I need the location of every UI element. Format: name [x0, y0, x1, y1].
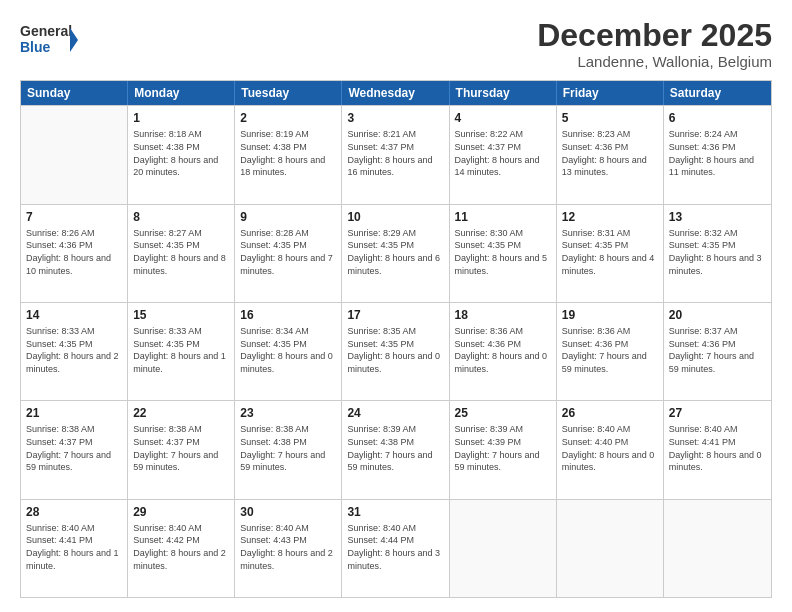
day-info: Sunrise: 8:40 AMSunset: 4:43 PMDaylight:… [240, 522, 336, 572]
cell-w4-d3: 24Sunrise: 8:39 AMSunset: 4:38 PMDayligh… [342, 401, 449, 498]
day-number: 23 [240, 405, 336, 421]
day-number: 13 [669, 209, 766, 225]
day-number: 19 [562, 307, 658, 323]
day-number: 3 [347, 110, 443, 126]
day-number: 7 [26, 209, 122, 225]
day-number: 17 [347, 307, 443, 323]
day-number: 27 [669, 405, 766, 421]
day-info: Sunrise: 8:27 AMSunset: 4:35 PMDaylight:… [133, 227, 229, 277]
day-info: Sunrise: 8:36 AMSunset: 4:36 PMDaylight:… [455, 325, 551, 375]
day-number: 18 [455, 307, 551, 323]
cell-w4-d6: 27Sunrise: 8:40 AMSunset: 4:41 PMDayligh… [664, 401, 771, 498]
header: GeneralBlue December 2025 Landenne, Wall… [20, 18, 772, 70]
cell-w1-d4: 4Sunrise: 8:22 AMSunset: 4:37 PMDaylight… [450, 106, 557, 203]
day-number: 8 [133, 209, 229, 225]
cell-w3-d2: 16Sunrise: 8:34 AMSunset: 4:35 PMDayligh… [235, 303, 342, 400]
week-row-1: 1Sunrise: 8:18 AMSunset: 4:38 PMDaylight… [21, 105, 771, 203]
day-number: 29 [133, 504, 229, 520]
day-number: 12 [562, 209, 658, 225]
cell-w3-d1: 15Sunrise: 8:33 AMSunset: 4:35 PMDayligh… [128, 303, 235, 400]
calendar-header: Sunday Monday Tuesday Wednesday Thursday… [21, 81, 771, 105]
header-wednesday: Wednesday [342, 81, 449, 105]
day-info: Sunrise: 8:34 AMSunset: 4:35 PMDaylight:… [240, 325, 336, 375]
cell-w1-d0 [21, 106, 128, 203]
logo: GeneralBlue [20, 18, 80, 60]
subtitle: Landenne, Wallonia, Belgium [537, 53, 772, 70]
day-info: Sunrise: 8:18 AMSunset: 4:38 PMDaylight:… [133, 128, 229, 178]
day-info: Sunrise: 8:32 AMSunset: 4:35 PMDaylight:… [669, 227, 766, 277]
day-info: Sunrise: 8:37 AMSunset: 4:36 PMDaylight:… [669, 325, 766, 375]
cell-w1-d6: 6Sunrise: 8:24 AMSunset: 4:36 PMDaylight… [664, 106, 771, 203]
day-info: Sunrise: 8:40 AMSunset: 4:41 PMDaylight:… [26, 522, 122, 572]
cell-w3-d3: 17Sunrise: 8:35 AMSunset: 4:35 PMDayligh… [342, 303, 449, 400]
day-info: Sunrise: 8:30 AMSunset: 4:35 PMDaylight:… [455, 227, 551, 277]
day-number: 22 [133, 405, 229, 421]
cell-w5-d0: 28Sunrise: 8:40 AMSunset: 4:41 PMDayligh… [21, 500, 128, 597]
cell-w2-d3: 10Sunrise: 8:29 AMSunset: 4:35 PMDayligh… [342, 205, 449, 302]
day-number: 1 [133, 110, 229, 126]
cell-w2-d6: 13Sunrise: 8:32 AMSunset: 4:35 PMDayligh… [664, 205, 771, 302]
cell-w3-d6: 20Sunrise: 8:37 AMSunset: 4:36 PMDayligh… [664, 303, 771, 400]
page: GeneralBlue December 2025 Landenne, Wall… [0, 0, 792, 612]
week-row-3: 14Sunrise: 8:33 AMSunset: 4:35 PMDayligh… [21, 302, 771, 400]
day-number: 9 [240, 209, 336, 225]
day-number: 16 [240, 307, 336, 323]
cell-w5-d6 [664, 500, 771, 597]
cell-w2-d1: 8Sunrise: 8:27 AMSunset: 4:35 PMDaylight… [128, 205, 235, 302]
header-saturday: Saturday [664, 81, 771, 105]
day-info: Sunrise: 8:40 AMSunset: 4:44 PMDaylight:… [347, 522, 443, 572]
cell-w1-d1: 1Sunrise: 8:18 AMSunset: 4:38 PMDaylight… [128, 106, 235, 203]
day-info: Sunrise: 8:38 AMSunset: 4:37 PMDaylight:… [133, 423, 229, 473]
cell-w5-d1: 29Sunrise: 8:40 AMSunset: 4:42 PMDayligh… [128, 500, 235, 597]
day-info: Sunrise: 8:29 AMSunset: 4:35 PMDaylight:… [347, 227, 443, 277]
day-number: 15 [133, 307, 229, 323]
cell-w1-d3: 3Sunrise: 8:21 AMSunset: 4:37 PMDaylight… [342, 106, 449, 203]
day-info: Sunrise: 8:35 AMSunset: 4:35 PMDaylight:… [347, 325, 443, 375]
logo-icon: GeneralBlue [20, 18, 80, 60]
day-info: Sunrise: 8:22 AMSunset: 4:37 PMDaylight:… [455, 128, 551, 178]
cell-w4-d2: 23Sunrise: 8:38 AMSunset: 4:38 PMDayligh… [235, 401, 342, 498]
svg-text:Blue: Blue [20, 39, 51, 55]
cell-w4-d5: 26Sunrise: 8:40 AMSunset: 4:40 PMDayligh… [557, 401, 664, 498]
day-info: Sunrise: 8:40 AMSunset: 4:41 PMDaylight:… [669, 423, 766, 473]
svg-text:General: General [20, 23, 72, 39]
calendar-body: 1Sunrise: 8:18 AMSunset: 4:38 PMDaylight… [21, 105, 771, 597]
day-number: 25 [455, 405, 551, 421]
cell-w2-d2: 9Sunrise: 8:28 AMSunset: 4:35 PMDaylight… [235, 205, 342, 302]
cell-w4-d1: 22Sunrise: 8:38 AMSunset: 4:37 PMDayligh… [128, 401, 235, 498]
day-info: Sunrise: 8:33 AMSunset: 4:35 PMDaylight:… [26, 325, 122, 375]
title-block: December 2025 Landenne, Wallonia, Belgiu… [537, 18, 772, 70]
day-info: Sunrise: 8:21 AMSunset: 4:37 PMDaylight:… [347, 128, 443, 178]
header-monday: Monday [128, 81, 235, 105]
day-number: 14 [26, 307, 122, 323]
day-info: Sunrise: 8:31 AMSunset: 4:35 PMDaylight:… [562, 227, 658, 277]
cell-w4-d0: 21Sunrise: 8:38 AMSunset: 4:37 PMDayligh… [21, 401, 128, 498]
day-number: 24 [347, 405, 443, 421]
header-tuesday: Tuesday [235, 81, 342, 105]
day-number: 30 [240, 504, 336, 520]
day-number: 20 [669, 307, 766, 323]
day-info: Sunrise: 8:36 AMSunset: 4:36 PMDaylight:… [562, 325, 658, 375]
day-info: Sunrise: 8:38 AMSunset: 4:38 PMDaylight:… [240, 423, 336, 473]
day-info: Sunrise: 8:24 AMSunset: 4:36 PMDaylight:… [669, 128, 766, 178]
week-row-5: 28Sunrise: 8:40 AMSunset: 4:41 PMDayligh… [21, 499, 771, 597]
day-info: Sunrise: 8:23 AMSunset: 4:36 PMDaylight:… [562, 128, 658, 178]
svg-marker-2 [70, 28, 78, 52]
day-info: Sunrise: 8:40 AMSunset: 4:42 PMDaylight:… [133, 522, 229, 572]
cell-w3-d4: 18Sunrise: 8:36 AMSunset: 4:36 PMDayligh… [450, 303, 557, 400]
day-number: 31 [347, 504, 443, 520]
cell-w5-d4 [450, 500, 557, 597]
day-number: 26 [562, 405, 658, 421]
week-row-2: 7Sunrise: 8:26 AMSunset: 4:36 PMDaylight… [21, 204, 771, 302]
day-info: Sunrise: 8:26 AMSunset: 4:36 PMDaylight:… [26, 227, 122, 277]
header-sunday: Sunday [21, 81, 128, 105]
calendar: Sunday Monday Tuesday Wednesday Thursday… [20, 80, 772, 598]
cell-w5-d2: 30Sunrise: 8:40 AMSunset: 4:43 PMDayligh… [235, 500, 342, 597]
header-thursday: Thursday [450, 81, 557, 105]
header-friday: Friday [557, 81, 664, 105]
cell-w3-d0: 14Sunrise: 8:33 AMSunset: 4:35 PMDayligh… [21, 303, 128, 400]
day-number: 2 [240, 110, 336, 126]
day-info: Sunrise: 8:39 AMSunset: 4:38 PMDaylight:… [347, 423, 443, 473]
cell-w1-d2: 2Sunrise: 8:19 AMSunset: 4:38 PMDaylight… [235, 106, 342, 203]
day-info: Sunrise: 8:28 AMSunset: 4:35 PMDaylight:… [240, 227, 336, 277]
